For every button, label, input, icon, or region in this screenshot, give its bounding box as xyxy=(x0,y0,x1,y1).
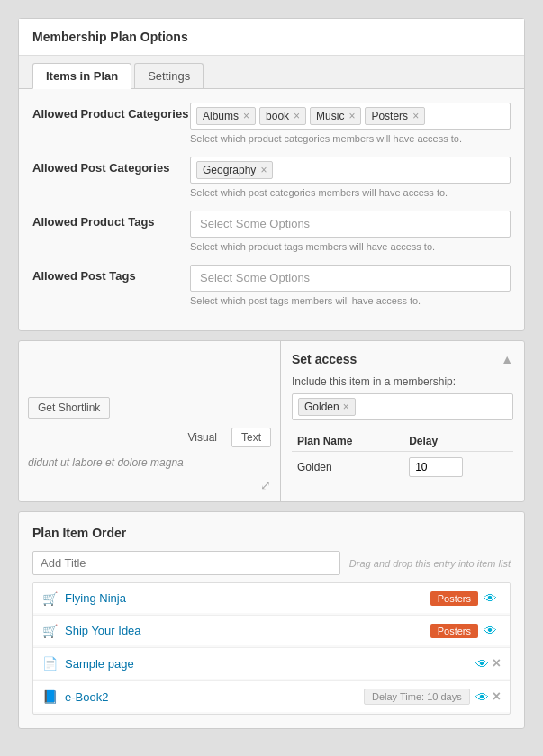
set-access-panel: Set access ▲ Include this item in a memb… xyxy=(281,341,524,501)
list-item: 🛒 Flying Ninja Posters 👁 xyxy=(33,583,510,613)
item-name-sample-page[interactable]: Sample page xyxy=(65,657,475,670)
allowed-post-tags-field: Select Some Options Select which post ta… xyxy=(190,265,511,313)
plan-name-cell: Golden xyxy=(292,452,403,483)
remove-posters[interactable]: × xyxy=(412,111,419,122)
list-item: 📘 e-Book2 Delay Time: 10 days 👁 × xyxy=(33,680,510,712)
collapse-set-access-button[interactable]: ▲ xyxy=(501,352,513,366)
delay-badge-ebook2: Delay Time: 10 days xyxy=(364,688,470,705)
delay-cell xyxy=(403,452,513,483)
split-panel: Get Shortlink Visual Text didunt ut labo… xyxy=(18,340,525,502)
tabs-bar: Items in Plan Settings xyxy=(19,56,524,89)
plan-order-title: Plan Item Order xyxy=(32,526,511,540)
add-title-input[interactable] xyxy=(32,551,340,575)
allowed-post-categories-field: Geography × Select which post categories… xyxy=(190,157,511,198)
product-categories-hint: Select which product categories members … xyxy=(190,133,511,144)
tab-text[interactable]: Text xyxy=(231,428,271,447)
table-row: Golden xyxy=(292,452,513,483)
eye-icon-sample-page[interactable]: 👁 xyxy=(475,656,489,671)
plan-items-list: 🛒 Flying Ninja Posters 👁 🛒 Ship Your Ide… xyxy=(32,582,511,715)
remove-albums[interactable]: × xyxy=(243,111,249,122)
tab-settings[interactable]: Settings xyxy=(134,63,204,88)
item-name-ship-your-idea[interactable]: Ship Your Idea xyxy=(65,624,430,637)
editor-content: didunt ut labore et dolore magna xyxy=(28,452,271,473)
book-icon-ebook2: 📘 xyxy=(42,689,58,704)
allowed-product-tags-label: Allowed Product Tags xyxy=(32,211,190,229)
item-name-ebook2[interactable]: e-Book2 xyxy=(65,690,364,704)
set-access-title: Set access xyxy=(292,352,357,366)
badge-posters-2: Posters xyxy=(430,624,478,638)
allowed-post-categories-label: Allowed Post Categories xyxy=(32,157,190,175)
remove-golden-tag[interactable]: × xyxy=(343,400,349,413)
tag-posters: Posters × xyxy=(365,107,425,125)
list-item: 🛒 Ship Your Idea Posters 👁 xyxy=(33,615,510,645)
cart-icon-flying-ninja: 🛒 xyxy=(42,591,58,606)
allowed-product-categories-field: Albums × book × Music × Posters × Select… xyxy=(190,103,511,144)
page-icon-sample-page: 📄 xyxy=(42,656,58,670)
remove-geography[interactable]: × xyxy=(260,165,267,176)
list-item: 📄 Sample page 👁 × xyxy=(33,647,510,679)
editor-tabs: Visual Text xyxy=(28,428,271,447)
tag-book: book × xyxy=(259,107,306,125)
remove-music[interactable]: × xyxy=(348,111,355,122)
product-categories-tags[interactable]: Albums × book × Music × Posters × xyxy=(190,103,511,130)
allowed-product-tags-row: Allowed Product Tags Select Some Options… xyxy=(32,211,511,252)
allowed-product-tags-field: Select Some Options Select which product… xyxy=(190,211,511,252)
membership-tags-container[interactable]: Golden × xyxy=(292,393,513,420)
tag-albums: Albums × xyxy=(196,107,256,125)
product-tags-hint: Select which product tags members will h… xyxy=(190,241,511,252)
eye-icon-flying-ninja[interactable]: 👁 xyxy=(484,590,497,606)
allowed-post-categories-row: Allowed Post Categories Geography × Sele… xyxy=(32,157,511,198)
add-title-row: Drag and drop this entry into item list xyxy=(32,551,511,575)
eye-icon-ship-your-idea[interactable]: 👁 xyxy=(484,623,497,638)
allowed-post-tags-row: Allowed Post Tags Select Some Options Se… xyxy=(32,265,511,313)
delay-input-golden[interactable] xyxy=(409,457,463,477)
tab-items-in-plan[interactable]: Items in Plan xyxy=(32,63,131,89)
set-access-header: Set access ▲ xyxy=(292,352,513,366)
allowed-product-categories-row: Allowed Product Categories Albums × book… xyxy=(32,103,511,144)
post-categories-hint: Select which post categories members wil… xyxy=(190,187,511,198)
drag-hint: Drag and drop this entry into item list xyxy=(349,558,511,569)
expand-editor-icon[interactable]: ⤢ xyxy=(260,478,271,492)
product-tags-select[interactable]: Select Some Options xyxy=(190,211,511,238)
delay-header: Delay xyxy=(403,431,513,452)
tab-visual[interactable]: Visual xyxy=(178,428,227,447)
close-icon-sample-page[interactable]: × xyxy=(493,655,501,671)
expand-icon-row: ⤢ xyxy=(28,478,271,492)
editor-left: Get Shortlink Visual Text didunt ut labo… xyxy=(19,341,281,501)
tag-music: Music × xyxy=(310,107,361,125)
shortlink-button[interactable]: Get Shortlink xyxy=(28,397,110,418)
membership-panel: Membership Plan Options Items in Plan Se… xyxy=(18,18,525,331)
plan-name-header: Plan Name xyxy=(292,431,403,452)
tag-geography: Geography × xyxy=(196,161,273,179)
plan-table: Plan Name Delay Golden xyxy=(292,431,513,482)
remove-book[interactable]: × xyxy=(294,111,300,122)
post-tags-select[interactable]: Select Some Options xyxy=(190,265,511,292)
post-tags-hint: Select which post tags members will have… xyxy=(190,295,511,306)
eye-icon-ebook2[interactable]: 👁 xyxy=(475,689,489,705)
membership-panel-title: Membership Plan Options xyxy=(19,19,524,56)
membership-tag-golden-label: Golden xyxy=(304,400,339,413)
plan-order-panel: Plan Item Order Drag and drop this entry… xyxy=(18,511,525,729)
allowed-post-tags-label: Allowed Post Tags xyxy=(32,265,190,283)
close-icon-ebook2[interactable]: × xyxy=(493,688,501,705)
include-membership-label: Include this item in a membership: xyxy=(292,375,513,388)
membership-tag-golden: Golden × xyxy=(298,398,356,416)
allowed-product-categories-label: Allowed Product Categories xyxy=(32,103,190,121)
item-name-flying-ninja[interactable]: Flying Ninja xyxy=(65,591,430,605)
cart-icon-ship-your-idea: 🛒 xyxy=(42,624,58,638)
form-section: Allowed Product Categories Albums × book… xyxy=(19,89,524,330)
post-categories-tags[interactable]: Geography × xyxy=(190,157,511,184)
badge-posters-1: Posters xyxy=(430,591,478,606)
